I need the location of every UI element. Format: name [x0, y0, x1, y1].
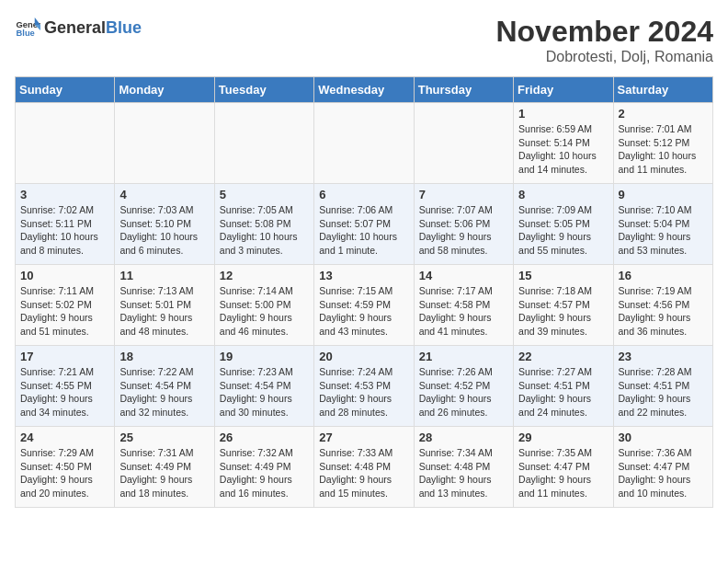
logo-text-blue: Blue: [106, 18, 142, 37]
day-info: Sunrise: 7:01 AM Sunset: 5:12 PM Dayligh…: [619, 122, 708, 177]
day-info: Sunrise: 7:22 AM Sunset: 4:54 PM Dayligh…: [119, 365, 209, 419]
day-cell: 23Sunrise: 7:28 AM Sunset: 4:51 PM Dayli…: [613, 346, 712, 427]
day-number: 27: [319, 431, 408, 444]
day-info: Sunrise: 7:14 AM Sunset: 5:00 PM Dayligh…: [220, 284, 309, 339]
day-number: 19: [220, 350, 309, 363]
day-number: 25: [119, 431, 209, 444]
logo: General Blue GeneralBlue: [15, 15, 142, 40]
day-info: Sunrise: 7:15 AM Sunset: 4:59 PM Dayligh…: [319, 284, 408, 339]
day-number: 9: [619, 188, 708, 201]
day-number: 29: [518, 431, 608, 444]
day-info: Sunrise: 7:29 AM Sunset: 4:50 PM Dayligh…: [20, 446, 109, 500]
svg-text:Blue: Blue: [17, 29, 35, 38]
day-cell: 20Sunrise: 7:24 AM Sunset: 4:53 PM Dayli…: [314, 346, 414, 427]
day-info: Sunrise: 7:26 AM Sunset: 4:52 PM Dayligh…: [419, 365, 508, 419]
day-cell: 16Sunrise: 7:19 AM Sunset: 4:56 PM Dayli…: [613, 265, 712, 346]
day-info: Sunrise: 7:11 AM Sunset: 5:02 PM Dayligh…: [20, 284, 109, 339]
day-number: 2: [619, 107, 708, 121]
day-cell: 5Sunrise: 7:05 AM Sunset: 5:08 PM Daylig…: [214, 184, 313, 265]
day-number: 7: [419, 188, 508, 201]
day-cell: 11Sunrise: 7:13 AM Sunset: 5:01 PM Dayli…: [115, 265, 214, 346]
header-cell-saturday: Saturday: [613, 77, 712, 103]
day-info: Sunrise: 7:28 AM Sunset: 4:51 PM Dayligh…: [619, 365, 708, 419]
week-row-2: 10Sunrise: 7:11 AM Sunset: 5:02 PM Dayli…: [16, 265, 713, 346]
day-cell: 6Sunrise: 7:06 AM Sunset: 5:07 PM Daylig…: [314, 184, 414, 265]
day-number: 21: [419, 350, 508, 363]
day-cell: 25Sunrise: 7:31 AM Sunset: 4:49 PM Dayli…: [115, 427, 214, 508]
day-info: Sunrise: 7:19 AM Sunset: 4:56 PM Dayligh…: [619, 284, 708, 339]
day-info: Sunrise: 7:31 AM Sunset: 4:49 PM Dayligh…: [119, 446, 209, 500]
day-cell: 19Sunrise: 7:23 AM Sunset: 4:54 PM Dayli…: [214, 346, 313, 427]
day-number: 14: [419, 269, 508, 282]
day-cell: 10Sunrise: 7:11 AM Sunset: 5:02 PM Dayli…: [16, 265, 115, 346]
day-number: 16: [619, 269, 708, 282]
day-cell: 7Sunrise: 7:07 AM Sunset: 5:06 PM Daylig…: [414, 184, 513, 265]
day-info: Sunrise: 7:17 AM Sunset: 4:58 PM Dayligh…: [419, 284, 508, 339]
day-number: 23: [619, 350, 708, 363]
day-cell: 1Sunrise: 6:59 AM Sunset: 5:14 PM Daylig…: [514, 103, 613, 184]
day-cell: 18Sunrise: 7:22 AM Sunset: 4:54 PM Dayli…: [115, 346, 214, 427]
day-number: 6: [319, 188, 408, 201]
day-cell: [115, 103, 214, 184]
day-cell: [214, 103, 313, 184]
day-info: Sunrise: 7:10 AM Sunset: 5:04 PM Dayligh…: [619, 203, 708, 258]
day-number: 15: [518, 269, 608, 282]
day-number: 24: [20, 431, 109, 444]
day-number: 20: [319, 350, 408, 363]
day-number: 10: [20, 269, 109, 282]
day-cell: 3Sunrise: 7:02 AM Sunset: 5:11 PM Daylig…: [16, 184, 115, 265]
logo-text-general: General: [44, 18, 106, 37]
page-header: General Blue GeneralBlue November 2024 D…: [15, 15, 713, 65]
day-cell: 30Sunrise: 7:36 AM Sunset: 4:47 PM Dayli…: [613, 427, 712, 508]
day-cell: 13Sunrise: 7:15 AM Sunset: 4:59 PM Dayli…: [314, 265, 414, 346]
day-number: 4: [119, 188, 209, 201]
week-row-1: 3Sunrise: 7:02 AM Sunset: 5:11 PM Daylig…: [16, 184, 713, 265]
day-number: 13: [319, 269, 408, 282]
title-area: November 2024 Dobrotesti, Dolj, Romania: [495, 15, 713, 65]
day-number: 1: [518, 107, 608, 121]
day-cell: [314, 103, 414, 184]
calendar-table: SundayMondayTuesdayWednesdayThursdayFrid…: [15, 76, 713, 508]
day-info: Sunrise: 7:03 AM Sunset: 5:10 PM Dayligh…: [119, 203, 209, 258]
day-info: Sunrise: 7:18 AM Sunset: 4:57 PM Dayligh…: [518, 284, 608, 339]
day-cell: 24Sunrise: 7:29 AM Sunset: 4:50 PM Dayli…: [16, 427, 115, 508]
day-info: Sunrise: 7:09 AM Sunset: 5:05 PM Dayligh…: [518, 203, 608, 258]
week-row-3: 17Sunrise: 7:21 AM Sunset: 4:55 PM Dayli…: [16, 346, 713, 427]
day-info: Sunrise: 7:21 AM Sunset: 4:55 PM Dayligh…: [20, 365, 109, 419]
header-cell-wednesday: Wednesday: [314, 77, 414, 103]
day-cell: 12Sunrise: 7:14 AM Sunset: 5:00 PM Dayli…: [214, 265, 313, 346]
day-number: 12: [220, 269, 309, 282]
day-number: 22: [518, 350, 608, 363]
logo-icon: General Blue: [15, 15, 40, 40]
day-number: 26: [220, 431, 309, 444]
day-cell: 26Sunrise: 7:32 AM Sunset: 4:49 PM Dayli…: [214, 427, 313, 508]
day-info: Sunrise: 7:32 AM Sunset: 4:49 PM Dayligh…: [220, 446, 309, 500]
day-number: 5: [220, 188, 309, 201]
day-info: Sunrise: 7:06 AM Sunset: 5:07 PM Dayligh…: [319, 203, 408, 258]
day-cell: 28Sunrise: 7:34 AM Sunset: 4:48 PM Dayli…: [414, 427, 513, 508]
day-number: 3: [20, 188, 109, 201]
header-cell-tuesday: Tuesday: [214, 77, 313, 103]
day-cell: 8Sunrise: 7:09 AM Sunset: 5:05 PM Daylig…: [514, 184, 613, 265]
day-number: 17: [20, 350, 109, 363]
day-number: 18: [119, 350, 209, 363]
header-row: SundayMondayTuesdayWednesdayThursdayFrid…: [16, 77, 713, 103]
day-info: Sunrise: 7:27 AM Sunset: 4:51 PM Dayligh…: [518, 365, 608, 419]
day-number: 30: [619, 431, 708, 444]
day-info: Sunrise: 7:36 AM Sunset: 4:47 PM Dayligh…: [619, 446, 708, 500]
day-cell: 27Sunrise: 7:33 AM Sunset: 4:48 PM Dayli…: [314, 427, 414, 508]
day-cell: 17Sunrise: 7:21 AM Sunset: 4:55 PM Dayli…: [16, 346, 115, 427]
day-cell: 2Sunrise: 7:01 AM Sunset: 5:12 PM Daylig…: [613, 103, 712, 184]
week-row-0: 1Sunrise: 6:59 AM Sunset: 5:14 PM Daylig…: [16, 103, 713, 184]
day-cell: [16, 103, 115, 184]
day-number: 28: [419, 431, 508, 444]
day-info: Sunrise: 7:13 AM Sunset: 5:01 PM Dayligh…: [119, 284, 209, 339]
day-cell: 14Sunrise: 7:17 AM Sunset: 4:58 PM Dayli…: [414, 265, 513, 346]
day-number: 8: [518, 188, 608, 201]
calendar-subtitle: Dobrotesti, Dolj, Romania: [495, 49, 713, 65]
day-info: Sunrise: 7:05 AM Sunset: 5:08 PM Dayligh…: [220, 203, 309, 258]
week-row-4: 24Sunrise: 7:29 AM Sunset: 4:50 PM Dayli…: [16, 427, 713, 508]
day-info: Sunrise: 7:34 AM Sunset: 4:48 PM Dayligh…: [419, 446, 508, 500]
header-cell-sunday: Sunday: [16, 77, 115, 103]
day-number: 11: [119, 269, 209, 282]
